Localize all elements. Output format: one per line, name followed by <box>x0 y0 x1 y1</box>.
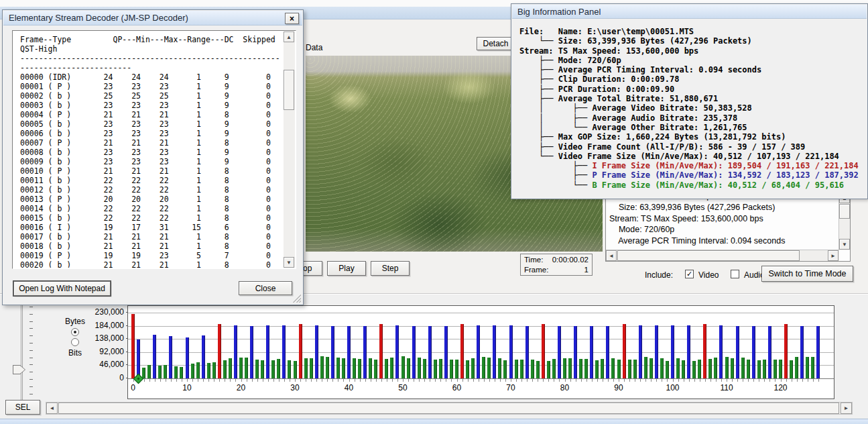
x-tick-mark <box>592 378 593 382</box>
x-tick-mark <box>538 378 538 382</box>
scroll-left-icon[interactable]: ◄ <box>46 403 58 414</box>
close-button[interactable]: Close <box>239 281 292 295</box>
frame-size-bar-b <box>552 359 556 378</box>
time-frame-indicator: Time: 0:00:00.02 Frame: 1 <box>520 254 593 276</box>
frame-size-bar-P <box>153 335 156 378</box>
scroll-up-icon[interactable]: ▲ <box>284 32 294 42</box>
scrollbar-thumb[interactable] <box>617 250 800 261</box>
frame-log-listbox[interactable]: Frame--Type QP---Min---Max--Range---DC S… <box>12 30 296 269</box>
frame-size-bar-I <box>299 324 302 378</box>
frame-size-bar-P <box>234 325 237 378</box>
sel-button[interactable]: SEL <box>5 400 40 415</box>
x-tick-mark <box>257 378 258 382</box>
info-vertical-scrollbar[interactable]: ▲ ▼ <box>839 193 850 250</box>
frame-size-bar-b <box>142 368 145 378</box>
scroll-right-icon[interactable]: ► <box>841 403 852 414</box>
x-tick-mark <box>311 378 312 382</box>
table-row: 00008 ( b ) 23 23 23 1 9 0 <box>20 148 284 157</box>
time-label: Time: <box>524 255 543 265</box>
x-tick-mark <box>381 378 382 382</box>
frame-size-bar-P <box>525 326 529 378</box>
frame-size-bar-P <box>639 325 642 378</box>
zoom-slider-track[interactable] <box>21 303 23 403</box>
frame-size-bar-b <box>811 357 814 378</box>
info-tree-line: ├── Average PCR Timing Interval: 0.094 s… <box>519 65 865 74</box>
x-tick-mark <box>603 378 603 382</box>
scrollbar-thumb[interactable] <box>284 70 294 110</box>
tree-branch: ├── <box>519 85 558 94</box>
tree-branch: └── <box>519 180 592 190</box>
x-tick-mark <box>570 378 571 382</box>
tree-branch: │ ├── <box>519 113 592 123</box>
x-tick-mark <box>360 378 361 382</box>
play-button[interactable]: Play <box>327 261 366 276</box>
listbox-vertical-scrollbar[interactable]: ▲ ▼ <box>284 32 295 268</box>
frame-size-bar-b <box>601 359 604 378</box>
window-bottom-edge <box>0 419 868 424</box>
x-tick-mark <box>392 378 393 382</box>
frame-size-bar-b <box>207 363 210 378</box>
es-header-line: ------------------------ <box>20 63 284 72</box>
video-checkbox-label[interactable]: Video <box>698 270 719 280</box>
tree-branch: ├── <box>519 161 592 170</box>
tree-branch: ├── <box>519 142 558 152</box>
frame-size-bar-b <box>487 358 491 378</box>
x-tick-mark <box>176 378 177 382</box>
chart-plot-area[interactable]: 0102030405060708090100110120 <box>127 305 834 399</box>
x-tick-mark <box>748 378 749 382</box>
x-tick-mark <box>797 378 798 382</box>
scroll-right-icon[interactable]: ► <box>828 250 839 261</box>
x-tick-mark <box>511 378 511 382</box>
frame-size-bar-b <box>255 360 259 378</box>
x-tick-mark <box>306 378 306 382</box>
info-text: Size: 63,399,936 Bytes (427,296 Packets) <box>558 36 752 46</box>
info-tree-line: └── Video Frame Size (Min/Ave/Max): 40,5… <box>519 152 865 161</box>
slider-tick <box>29 350 33 351</box>
zoom-slider-thumb[interactable] <box>13 365 25 374</box>
es-header-line: Frame--Type QP---Min---Max--Range---DC S… <box>20 35 284 44</box>
frame-size-bar-b <box>158 366 162 378</box>
detach-button[interactable]: Detach <box>477 37 515 50</box>
frame-size-bar-b <box>385 359 388 378</box>
step-button[interactable]: Step <box>371 261 410 276</box>
switch-to-time-mode-button[interactable]: Switch to Time Mode <box>761 266 853 282</box>
frame-size-bar-b <box>628 360 631 378</box>
frame-size-bar-b <box>708 359 712 378</box>
x-tick-mark <box>700 378 700 382</box>
table-row: 00018 ( b ) 21 21 21 1 8 0 <box>20 242 284 251</box>
scroll-left-icon[interactable]: ◄ <box>606 250 617 261</box>
video-checkbox[interactable]: ✓ <box>685 270 694 278</box>
frame-size-bar-b <box>353 358 356 378</box>
info-horizontal-scrollbar[interactable]: ◄ ► <box>606 250 839 261</box>
y-tick-label: 0 <box>65 373 124 382</box>
big-info-title: Big Information Panel <box>517 7 601 17</box>
scrollbar-thumb[interactable] <box>58 403 839 414</box>
es-dialog-title: Elementary Stream Decoder (JM-SP Decoder… <box>9 13 188 23</box>
big-info-titlebar[interactable]: Big Information Panel <box>512 5 867 19</box>
frame-size-bar-I <box>542 324 545 378</box>
scrollbar-thumb[interactable] <box>839 204 850 219</box>
frame-size-bar-P <box>477 325 480 378</box>
x-tick-mark <box>619 378 619 382</box>
chart-horizontal-scrollbar[interactable]: ◄ ► <box>46 402 853 415</box>
close-icon[interactable]: × <box>285 13 299 24</box>
resize-grip[interactable] <box>292 293 301 303</box>
scroll-down-icon[interactable]: ▼ <box>839 239 850 250</box>
frame-size-bar-b <box>547 361 550 378</box>
table-row: 00012 ( b ) 22 22 22 1 8 0 <box>20 185 284 195</box>
x-tick-mark <box>581 378 582 382</box>
frame-size-bar-b <box>520 360 523 378</box>
frame-size-bar-P <box>266 325 269 378</box>
frame-size-bar-b <box>584 359 588 378</box>
frame-size-bar-b <box>229 358 232 378</box>
x-tick-mark <box>430 378 430 382</box>
table-row: 00006 ( b ) 23 23 23 1 9 0 <box>20 129 284 138</box>
frame-size-chart-panel: Bytes Bits 230,000184,000138,00092,00046… <box>0 295 868 419</box>
es-dialog-titlebar[interactable]: Elementary Stream Decoder (JM-SP Decoder… <box>3 11 302 25</box>
audio-checkbox[interactable] <box>731 270 739 278</box>
tree-branch: ├── <box>519 65 558 74</box>
slider-tick <box>29 328 33 329</box>
scroll-down-icon[interactable]: ▼ <box>284 257 294 268</box>
frame-size-bar-I <box>218 324 221 378</box>
open-log-button[interactable]: Open Log With Notepad <box>13 281 111 296</box>
